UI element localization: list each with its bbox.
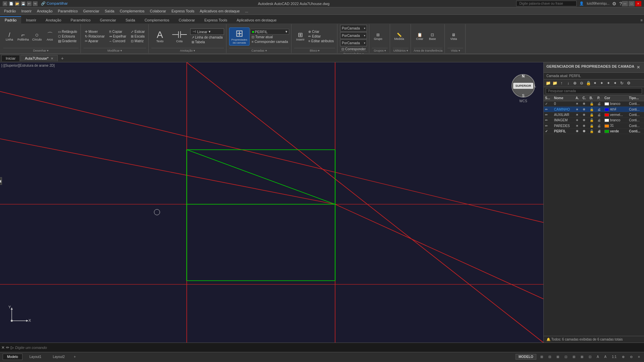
- tab-modelo[interactable]: Modelo: [3, 354, 22, 360]
- layer-row-caminho[interactable]: ✏ CAMINHO ☀ ❄ 🔓 🖨 azul Conti...: [544, 107, 644, 112]
- cor-paredes[interactable]: 31: [603, 123, 628, 128]
- lock-0[interactable]: 🔓: [588, 101, 596, 107]
- ribbon-more[interactable]: ≡: [639, 17, 644, 23]
- tab-inserir[interactable]: Inserir: [21, 16, 41, 23]
- status-snap[interactable]: ⊟: [547, 354, 552, 359]
- tab-gerenciar[interactable]: Gerenciar: [95, 16, 121, 23]
- tool-vista[interactable]: 🖥 Vista: [447, 32, 460, 41]
- on-auxiliar[interactable]: ☀: [574, 112, 581, 117]
- settings-icon[interactable]: ⚙: [612, 1, 616, 6]
- layer-refresh-btn[interactable]: ↻: [619, 80, 625, 86]
- col-tipo[interactable]: Tipo...: [628, 95, 644, 101]
- tool-editar-atrib[interactable]: ≡ Editar atributos: [307, 39, 335, 43]
- layer-settings-btn[interactable]: ⚙: [626, 80, 632, 86]
- cor-caminho[interactable]: azul: [603, 107, 628, 112]
- freeze-paredes[interactable]: ❄: [581, 123, 588, 128]
- name-auxiliar[interactable]: AUXILIAR: [553, 112, 574, 117]
- status-grid[interactable]: ⊞: [539, 354, 544, 359]
- status-workspace[interactable]: A: [603, 354, 608, 359]
- name-caminho[interactable]: CAMINHO: [553, 107, 574, 112]
- tool-linha[interactable]: / Linha: [3, 31, 15, 42]
- status-customize[interactable]: ≡: [637, 354, 641, 359]
- status-ortho[interactable]: ⊠: [555, 354, 560, 359]
- menu-more[interactable]: ...: [243, 7, 251, 14]
- tab-complementos[interactable]: Complementos: [140, 16, 174, 23]
- autocad-icon[interactable]: A: [3, 1, 7, 6]
- status-zoomout[interactable]: ⊖: [629, 354, 634, 359]
- save-icon[interactable]: 💾: [21, 1, 25, 6]
- layer-row-auxiliar[interactable]: ✏ AUXILIAR ☀ ❄ 🔓 🖨 vermel... Conti...: [544, 112, 644, 117]
- tool-rotacionar[interactable]: ↻ Rotacionar: [84, 34, 106, 39]
- cor-perfil[interactable]: verde: [603, 128, 628, 134]
- menu-complementos[interactable]: Complementos: [117, 7, 147, 14]
- freeze-0[interactable]: ❄: [581, 101, 588, 107]
- status-zoomin[interactable]: ⊕: [621, 354, 626, 359]
- tool-espelhar[interactable]: ⇔ Espelhar: [108, 34, 127, 39]
- menu-anotacao[interactable]: Anotação: [34, 7, 55, 14]
- tool-eclosura[interactable]: ⬡ Eclosura: [57, 34, 78, 39]
- tool-copiar[interactable]: ⎘ Copiar: [108, 29, 127, 34]
- lock-paredes[interactable]: 🔓: [588, 123, 596, 128]
- tool-tomar-atual[interactable]: ⊡ Tomar atual: [250, 35, 289, 39]
- cmd-pencil-icon[interactable]: ✏: [6, 345, 9, 350]
- cor-0[interactable]: branco: [603, 101, 628, 107]
- tab-padrao[interactable]: Padrão: [0, 16, 21, 23]
- layer-del-btn[interactable]: ⊖: [579, 80, 585, 86]
- freeze-auxiliar[interactable]: ❄: [581, 112, 588, 117]
- tab-aplicativos[interactable]: Aplicativos em destaque: [232, 16, 281, 23]
- status-mode[interactable]: MODELO: [516, 354, 536, 360]
- on-imagem[interactable]: ☀: [574, 118, 581, 123]
- command-input[interactable]: [15, 346, 643, 350]
- on-0[interactable]: ☀: [574, 101, 581, 107]
- tool-aparar[interactable]: ✂ Aparar: [84, 39, 106, 43]
- layer-tool3[interactable]: ✦: [605, 80, 611, 86]
- cor-auxiliar[interactable]: vermel...: [603, 112, 628, 117]
- print-paredes[interactable]: 🖨: [596, 123, 603, 128]
- on-caminho[interactable]: ☀: [574, 107, 581, 112]
- freeze-imagem[interactable]: ❄: [581, 118, 588, 123]
- status-dtrack[interactable]: ⊠: [579, 354, 585, 359]
- layer-row-perfil[interactable]: ✓ PERFIL ☀ ❄ 🔓 🖨 verde Conti...: [544, 128, 644, 134]
- tool-criar[interactable]: ⊕ Criar: [307, 29, 335, 34]
- tool-grupo[interactable]: ⊞ Grupo: [372, 32, 384, 41]
- menu-aplicativos[interactable]: Aplicativos em destaque: [197, 7, 242, 14]
- status-ann[interactable]: A: [595, 354, 600, 359]
- layer-tool1[interactable]: ✦: [592, 80, 598, 86]
- add-layout-button[interactable]: +: [72, 354, 78, 359]
- layer-row-imagem[interactable]: ✏ IMAGEM ☀ ❄ 🔓 🖨 branco Conti...: [544, 118, 644, 123]
- maximize-button[interactable]: □: [629, 1, 635, 6]
- tab-aula7uhouse[interactable]: Aula7Uhouse* ✕: [20, 55, 57, 61]
- tool-editar[interactable]: ✏ Editar: [307, 34, 335, 39]
- layer-add-btn[interactable]: ⊕: [572, 80, 578, 86]
- col-on[interactable]: A.: [574, 95, 581, 101]
- col-lock[interactable]: B.: [588, 95, 596, 101]
- print-perfil[interactable]: 🖨: [596, 128, 603, 134]
- tool-matriz[interactable]: ⊡ Matriz: [129, 39, 146, 43]
- tool-inserir[interactable]: ⊞ Inserir: [294, 31, 306, 42]
- tool-corresponder[interactable]: ⊡ Corresponder: [340, 47, 367, 51]
- layer-selector[interactable]: ■ PERFIL ▾: [250, 29, 289, 35]
- lock-imagem[interactable]: 🔓: [588, 118, 596, 123]
- layer-search-input[interactable]: [546, 88, 642, 94]
- help-icon[interactable]: ?: [619, 1, 622, 6]
- print-auxiliar[interactable]: 🖨: [596, 112, 603, 117]
- tool-escala[interactable]: ⊞ Escala: [129, 34, 146, 39]
- menu-padrao[interactable]: Padrão: [1, 7, 18, 14]
- tool-polilinha[interactable]: ⌐ Polilinha: [16, 31, 30, 42]
- new-tab-button[interactable]: +: [58, 55, 66, 62]
- tool-base[interactable]: ⊡ Base: [426, 32, 438, 41]
- tab-anotacao[interactable]: Anotação: [41, 16, 66, 23]
- tool-linha-chamada[interactable]: ↗ Linha de chamada: [190, 35, 224, 40]
- tab-parametrico[interactable]: Paramétrico: [66, 16, 95, 23]
- status-lweight[interactable]: ⊡: [587, 354, 593, 359]
- tool-circulo[interactable]: ○ Círculo: [31, 31, 43, 42]
- tool-medida[interactable]: 📏 Medida: [393, 32, 406, 41]
- redo-icon[interactable]: ↪: [33, 1, 38, 6]
- layer-open-btn[interactable]: 📁: [552, 80, 558, 86]
- lock-auxiliar[interactable]: 🔓: [588, 112, 596, 117]
- name-0[interactable]: 0: [553, 101, 574, 107]
- freeze-perfil[interactable]: ❄: [581, 128, 588, 134]
- name-imagem[interactable]: IMAGEM: [553, 118, 574, 123]
- print-0[interactable]: 🖨: [596, 101, 603, 107]
- share-button[interactable]: 🔗 Compartilhar: [41, 1, 68, 6]
